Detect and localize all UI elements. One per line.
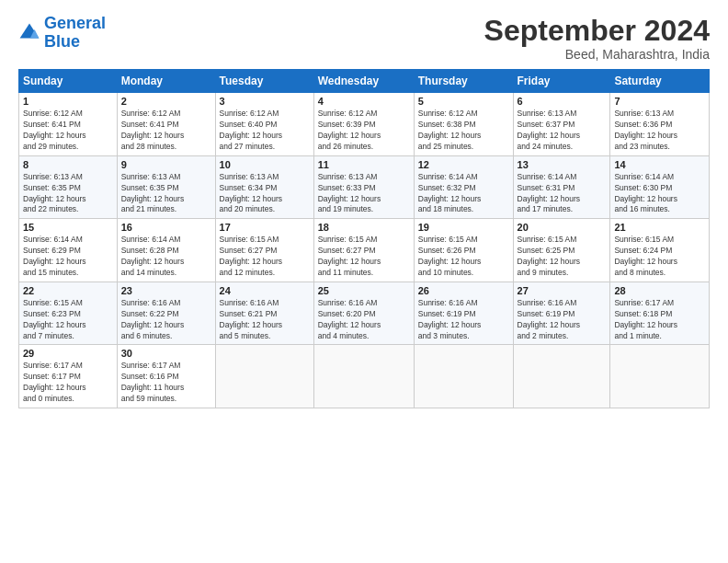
day-number: 13 (518, 159, 607, 170)
calendar-week-4: 22Sunrise: 6:15 AM Sunset: 6:23 PM Dayli… (19, 282, 710, 345)
day-number: 26 (418, 285, 509, 296)
calendar-cell (313, 345, 414, 408)
day-info: Sunrise: 6:16 AM Sunset: 6:19 PM Dayligh… (418, 298, 509, 342)
day-number: 17 (220, 222, 310, 233)
day-number: 2 (121, 96, 211, 107)
calendar-cell: 18Sunrise: 6:15 AM Sunset: 6:27 PM Dayli… (313, 219, 414, 282)
day-info: Sunrise: 6:13 AM Sunset: 6:36 PM Dayligh… (614, 109, 705, 153)
calendar-week-1: 1Sunrise: 6:12 AM Sunset: 6:41 PM Daylig… (19, 93, 710, 156)
calendar-header-row: SundayMondayTuesdayWednesdayThursdayFrid… (19, 70, 710, 93)
calendar-cell: 9Sunrise: 6:13 AM Sunset: 6:35 PM Daylig… (117, 155, 215, 219)
calendar-cell: 13Sunrise: 6:14 AM Sunset: 6:31 PM Dayli… (513, 155, 610, 219)
day-number: 24 (220, 285, 310, 296)
calendar-cell: 15Sunrise: 6:14 AM Sunset: 6:29 PM Dayli… (19, 219, 118, 282)
day-number: 3 (220, 96, 310, 107)
day-number: 1 (23, 96, 113, 107)
day-info: Sunrise: 6:14 AM Sunset: 6:30 PM Dayligh… (614, 172, 705, 216)
day-info: Sunrise: 6:15 AM Sunset: 6:24 PM Dayligh… (614, 235, 705, 279)
day-number: 27 (518, 285, 607, 296)
day-info: Sunrise: 6:12 AM Sunset: 6:38 PM Dayligh… (418, 109, 509, 153)
calendar-cell: 17Sunrise: 6:15 AM Sunset: 6:27 PM Dayli… (215, 219, 313, 282)
day-number: 30 (121, 348, 211, 359)
calendar-table: SundayMondayTuesdayWednesdayThursdayFrid… (18, 69, 710, 408)
day-info: Sunrise: 6:12 AM Sunset: 6:40 PM Dayligh… (220, 109, 310, 153)
calendar-cell: 4Sunrise: 6:12 AM Sunset: 6:39 PM Daylig… (313, 93, 414, 156)
calendar-cell (610, 345, 710, 408)
calendar-cell: 11Sunrise: 6:13 AM Sunset: 6:33 PM Dayli… (313, 155, 414, 219)
calendar-cell: 22Sunrise: 6:15 AM Sunset: 6:23 PM Dayli… (19, 282, 118, 345)
day-number: 9 (121, 159, 211, 170)
calendar-cell: 5Sunrise: 6:12 AM Sunset: 6:38 PM Daylig… (414, 93, 513, 156)
col-header-thursday: Thursday (414, 70, 513, 93)
col-header-sunday: Sunday (19, 70, 118, 93)
day-number: 16 (121, 222, 211, 233)
day-number: 19 (418, 222, 509, 233)
calendar-cell: 25Sunrise: 6:16 AM Sunset: 6:20 PM Dayli… (313, 282, 414, 345)
day-info: Sunrise: 6:17 AM Sunset: 6:18 PM Dayligh… (614, 298, 705, 342)
logo: General Blue (18, 15, 106, 52)
day-number: 25 (318, 285, 410, 296)
calendar-cell: 30Sunrise: 6:17 AM Sunset: 6:16 PM Dayli… (117, 345, 215, 408)
calendar-cell: 14Sunrise: 6:14 AM Sunset: 6:30 PM Dayli… (610, 155, 710, 219)
col-header-tuesday: Tuesday (215, 70, 313, 93)
calendar-cell: 28Sunrise: 6:17 AM Sunset: 6:18 PM Dayli… (610, 282, 710, 345)
day-info: Sunrise: 6:13 AM Sunset: 6:37 PM Dayligh… (518, 109, 607, 153)
calendar-cell: 7Sunrise: 6:13 AM Sunset: 6:36 PM Daylig… (610, 93, 710, 156)
day-info: Sunrise: 6:13 AM Sunset: 6:35 PM Dayligh… (121, 172, 211, 216)
day-info: Sunrise: 6:13 AM Sunset: 6:33 PM Dayligh… (318, 172, 410, 216)
day-info: Sunrise: 6:15 AM Sunset: 6:23 PM Dayligh… (23, 298, 113, 342)
day-info: Sunrise: 6:14 AM Sunset: 6:32 PM Dayligh… (418, 172, 509, 216)
day-info: Sunrise: 6:17 AM Sunset: 6:16 PM Dayligh… (121, 361, 211, 405)
day-info: Sunrise: 6:12 AM Sunset: 6:39 PM Dayligh… (318, 109, 410, 153)
calendar-cell: 8Sunrise: 6:13 AM Sunset: 6:35 PM Daylig… (19, 155, 118, 219)
logo-general: General (44, 14, 106, 32)
day-number: 28 (614, 285, 705, 296)
day-number: 10 (220, 159, 310, 170)
day-info: Sunrise: 6:14 AM Sunset: 6:29 PM Dayligh… (23, 235, 113, 279)
day-number: 18 (318, 222, 410, 233)
calendar-cell: 27Sunrise: 6:16 AM Sunset: 6:19 PM Dayli… (513, 282, 610, 345)
day-info: Sunrise: 6:16 AM Sunset: 6:21 PM Dayligh… (220, 298, 310, 342)
header: General Blue September 2024 Beed, Mahara… (18, 15, 710, 62)
calendar-cell: 16Sunrise: 6:14 AM Sunset: 6:28 PM Dayli… (117, 219, 215, 282)
day-info: Sunrise: 6:17 AM Sunset: 6:17 PM Dayligh… (23, 361, 113, 405)
calendar-cell: 1Sunrise: 6:12 AM Sunset: 6:41 PM Daylig… (19, 93, 118, 156)
day-number: 29 (23, 348, 113, 359)
calendar-body: 1Sunrise: 6:12 AM Sunset: 6:41 PM Daylig… (19, 93, 710, 408)
calendar-cell: 26Sunrise: 6:16 AM Sunset: 6:19 PM Dayli… (414, 282, 513, 345)
calendar-cell: 6Sunrise: 6:13 AM Sunset: 6:37 PM Daylig… (513, 93, 610, 156)
day-number: 21 (614, 222, 705, 233)
day-number: 23 (121, 285, 211, 296)
location: Beed, Maharashtra, India (484, 47, 710, 62)
page: General Blue September 2024 Beed, Mahara… (0, 0, 728, 563)
day-number: 14 (614, 159, 705, 170)
calendar-week-5: 29Sunrise: 6:17 AM Sunset: 6:17 PM Dayli… (19, 345, 710, 408)
calendar-week-3: 15Sunrise: 6:14 AM Sunset: 6:29 PM Dayli… (19, 219, 710, 282)
calendar-cell (513, 345, 610, 408)
day-info: Sunrise: 6:13 AM Sunset: 6:35 PM Dayligh… (23, 172, 113, 216)
day-info: Sunrise: 6:16 AM Sunset: 6:22 PM Dayligh… (121, 298, 211, 342)
day-info: Sunrise: 6:14 AM Sunset: 6:31 PM Dayligh… (518, 172, 607, 216)
calendar-cell: 29Sunrise: 6:17 AM Sunset: 6:17 PM Dayli… (19, 345, 118, 408)
col-header-saturday: Saturday (610, 70, 710, 93)
calendar-cell: 19Sunrise: 6:15 AM Sunset: 6:26 PM Dayli… (414, 219, 513, 282)
day-info: Sunrise: 6:12 AM Sunset: 6:41 PM Dayligh… (121, 109, 211, 153)
calendar-cell (414, 345, 513, 408)
day-number: 7 (614, 96, 705, 107)
day-number: 8 (23, 159, 113, 170)
col-header-friday: Friday (513, 70, 610, 93)
calendar-cell: 24Sunrise: 6:16 AM Sunset: 6:21 PM Dayli… (215, 282, 313, 345)
day-info: Sunrise: 6:16 AM Sunset: 6:20 PM Dayligh… (318, 298, 410, 342)
logo-blue: Blue (44, 33, 106, 52)
title-block: September 2024 Beed, Maharashtra, India (484, 15, 710, 62)
day-number: 4 (318, 96, 410, 107)
logo-icon (18, 22, 40, 44)
day-info: Sunrise: 6:12 AM Sunset: 6:41 PM Dayligh… (23, 109, 113, 153)
day-info: Sunrise: 6:15 AM Sunset: 6:26 PM Dayligh… (418, 235, 509, 279)
day-number: 22 (23, 285, 113, 296)
calendar-cell: 10Sunrise: 6:13 AM Sunset: 6:34 PM Dayli… (215, 155, 313, 219)
day-number: 6 (518, 96, 607, 107)
day-number: 5 (418, 96, 509, 107)
day-number: 20 (518, 222, 607, 233)
day-number: 12 (418, 159, 509, 170)
